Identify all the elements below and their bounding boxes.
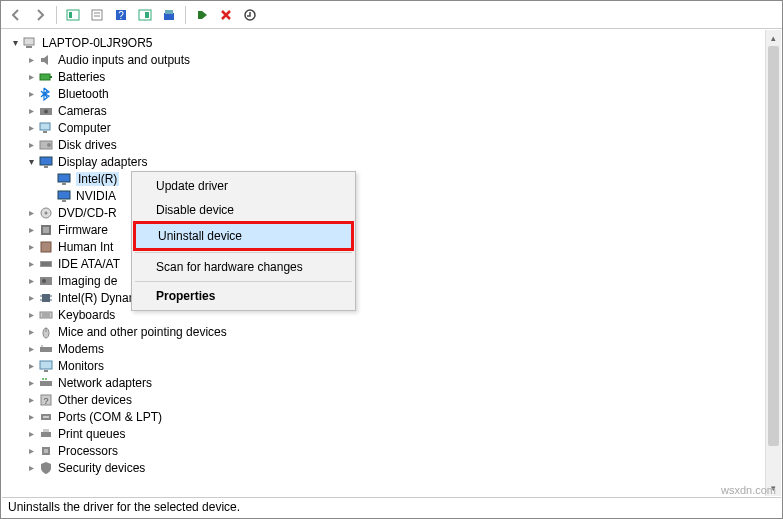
tree-category[interactable]: ?Other devices <box>2 391 781 408</box>
scan-button[interactable] <box>134 4 156 26</box>
expand-arrow[interactable] <box>24 343 38 354</box>
tree-category[interactable]: Computer <box>2 119 781 136</box>
action-button[interactable] <box>239 4 261 26</box>
tree-category[interactable]: Intel(R) Dynamic Platform and Thermal Fr… <box>2 289 781 306</box>
tree-category[interactable]: Audio inputs and outputs <box>2 51 781 68</box>
tree-item-label: Modems <box>58 342 104 356</box>
svg-rect-19 <box>40 123 50 130</box>
ctx-scan-hardware[interactable]: Scan for hardware changes <box>134 255 353 279</box>
tree-category[interactable]: Modems <box>2 340 781 357</box>
hid-icon <box>38 239 54 255</box>
tree-category[interactable]: Disk drives <box>2 136 781 153</box>
tree-item-label: Network adapters <box>58 376 152 390</box>
tree-category[interactable]: Cameras <box>2 102 781 119</box>
show-hidden-button[interactable] <box>62 4 84 26</box>
scroll-up-button[interactable]: ▴ <box>766 30 781 46</box>
expand-arrow[interactable] <box>24 275 38 286</box>
properties-button[interactable] <box>86 4 108 26</box>
expand-arrow[interactable] <box>24 445 38 456</box>
tree-category[interactable]: Security devices <box>2 459 781 476</box>
expand-arrow[interactable] <box>24 71 38 82</box>
expand-arrow[interactable] <box>8 37 22 48</box>
expand-arrow[interactable] <box>24 394 38 405</box>
expand-arrow[interactable] <box>24 258 38 269</box>
expand-arrow[interactable] <box>24 54 38 65</box>
tree-category[interactable]: Mice and other pointing devices <box>2 323 781 340</box>
svg-text:?: ? <box>118 10 124 21</box>
svg-rect-34 <box>40 261 52 267</box>
expand-arrow[interactable] <box>24 224 38 235</box>
device-tree[interactable]: LAPTOP-0LJR9OR5Audio inputs and outputsB… <box>2 30 781 476</box>
status-bar: Uninstalls the driver for the selected d… <box>2 497 781 517</box>
svg-rect-59 <box>43 416 49 418</box>
svg-point-54 <box>42 378 44 380</box>
ctx-update-driver[interactable]: Update driver <box>134 174 353 198</box>
expand-arrow[interactable] <box>24 428 38 439</box>
tree-device[interactable]: NVIDIA <box>2 187 781 204</box>
forward-button[interactable] <box>29 4 51 26</box>
tree-category[interactable]: Processors <box>2 442 781 459</box>
tree-category[interactable]: Bluetooth <box>2 85 781 102</box>
expand-arrow[interactable] <box>24 462 38 473</box>
expand-arrow[interactable] <box>24 105 38 116</box>
svg-text:?: ? <box>43 396 48 406</box>
ctx-uninstall-device[interactable]: Uninstall device <box>136 224 351 248</box>
expand-arrow[interactable] <box>24 139 38 150</box>
tree-device[interactable]: Intel(R) <box>2 170 781 187</box>
back-button[interactable] <box>5 4 27 26</box>
expand-arrow[interactable] <box>24 377 38 388</box>
tree-category[interactable]: DVD/CD-R <box>2 204 781 221</box>
svg-rect-24 <box>44 166 48 168</box>
tree-root[interactable]: LAPTOP-0LJR9OR5 <box>2 34 781 51</box>
tree-category[interactable]: Keyboards <box>2 306 781 323</box>
expand-arrow[interactable] <box>24 241 38 252</box>
update-driver-button[interactable] <box>158 4 180 26</box>
uninstall-button[interactable] <box>215 4 237 26</box>
svg-rect-1 <box>69 12 72 18</box>
expand-arrow[interactable] <box>24 411 38 422</box>
expand-arrow[interactable] <box>24 122 38 133</box>
ctx-properties[interactable]: Properties <box>134 284 353 308</box>
tree-item-label: LAPTOP-0LJR9OR5 <box>42 36 153 50</box>
port-icon <box>38 409 54 425</box>
svg-rect-13 <box>24 38 34 45</box>
tree-category[interactable]: Firmware <box>2 221 781 238</box>
display-icon <box>56 188 72 204</box>
enable-button[interactable] <box>191 4 213 26</box>
tree-category[interactable]: Imaging de <box>2 272 781 289</box>
help-button[interactable]: ? <box>110 4 132 26</box>
expand-arrow[interactable] <box>24 156 38 167</box>
svg-rect-51 <box>40 361 52 369</box>
scroll-thumb[interactable] <box>768 46 779 446</box>
tree-item-label: Ports (COM & LPT) <box>58 410 162 424</box>
tree-category[interactable]: IDE ATA/AT <box>2 255 781 272</box>
ctx-disable-device[interactable]: Disable device <box>134 198 353 222</box>
keyboard-icon <box>38 307 54 323</box>
tree-category[interactable]: Batteries <box>2 68 781 85</box>
expand-arrow[interactable] <box>24 88 38 99</box>
tree-category[interactable]: Human Int <box>2 238 781 255</box>
svg-rect-49 <box>40 347 52 352</box>
tree-item-label: Processors <box>58 444 118 458</box>
expand-arrow[interactable] <box>24 292 38 303</box>
svg-rect-27 <box>58 191 70 199</box>
expand-arrow[interactable] <box>24 309 38 320</box>
tree-category[interactable]: Monitors <box>2 357 781 374</box>
vertical-scrollbar[interactable]: ▴ ▾ <box>765 30 781 496</box>
disk-icon <box>38 137 54 153</box>
device-tree-area: LAPTOP-0LJR9OR5Audio inputs and outputsB… <box>2 30 781 496</box>
tree-category[interactable]: Network adapters <box>2 374 781 391</box>
tree-category[interactable]: Display adapters <box>2 153 781 170</box>
imaging-icon <box>38 273 54 289</box>
svg-rect-9 <box>164 13 174 20</box>
expand-arrow[interactable] <box>24 360 38 371</box>
expand-arrow[interactable] <box>24 326 38 337</box>
audio-icon <box>38 52 54 68</box>
tree-category[interactable]: Print queues <box>2 425 781 442</box>
expand-arrow[interactable] <box>24 207 38 218</box>
monitor-icon <box>38 358 54 374</box>
svg-rect-2 <box>92 10 102 20</box>
tree-category[interactable]: Ports (COM & LPT) <box>2 408 781 425</box>
cpu-icon <box>38 443 54 459</box>
svg-rect-0 <box>67 10 79 20</box>
